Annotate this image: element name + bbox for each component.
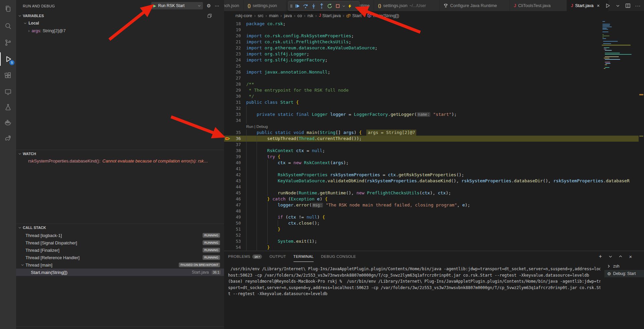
terminal-output[interactable]: /usr/bin/env /Library/Internet\ Plug-Ins… bbox=[228, 266, 600, 297]
activity-bar-item-testing[interactable] bbox=[0, 100, 16, 114]
tab-settings.json[interactable]: {}settings.json bbox=[244, 0, 287, 11]
activity-bar-item-source-control[interactable] bbox=[0, 36, 16, 49]
code-line-47[interactable]: 47logger.error(msg: "The RSK node main t… bbox=[224, 202, 639, 208]
run-play-icon[interactable]: ▶ bbox=[153, 4, 156, 8]
code-line-41[interactable]: 41 bbox=[224, 166, 639, 172]
more-actions-icon[interactable]: ⋯ bbox=[215, 3, 219, 9]
variables-scope-local[interactable]: Local bbox=[16, 19, 224, 27]
code-line-34[interactable]: 34 bbox=[224, 117, 639, 124]
tab-nch.json[interactable]: nch.json bbox=[224, 0, 244, 11]
code-line-40[interactable]: 40ctx = new RskContext(args); bbox=[224, 160, 639, 166]
code-line-54[interactable]: 54} bbox=[224, 244, 639, 250]
tab-settings.json[interactable]: {}settings.json~/.../User bbox=[374, 0, 439, 11]
paused-breakpoint-icon[interactable] bbox=[225, 136, 231, 141]
code-line-26[interactable]: 26import javax.annotation.Nonnull; bbox=[224, 69, 639, 75]
code-line-29[interactable]: 29 * The entrypoint for the RSK full nod… bbox=[224, 87, 639, 93]
call-stack-frame-row[interactable]: Start.main(String[])Start.java36:1 bbox=[16, 269, 224, 276]
activity-bar-item-explorer[interactable] bbox=[0, 2, 16, 15]
code-editor[interactable]: 18package co.rsk;1920import co.rsk.confi… bbox=[224, 20, 644, 251]
chevron-down-icon[interactable] bbox=[198, 4, 201, 7]
code-line-48[interactable]: 48 bbox=[224, 208, 639, 214]
code-line-42[interactable]: 42RskSystemProperties rskSystemPropertie… bbox=[224, 172, 639, 178]
activity-bar-item-docker[interactable] bbox=[0, 115, 16, 129]
code-line-37[interactable]: 37 bbox=[224, 142, 639, 148]
call-stack-thread-row[interactable]: Thread [Reference Handler]RUNNING bbox=[16, 254, 224, 261]
chevron-button[interactable] bbox=[342, 2, 346, 10]
watch-expression-row[interactable]: rskSystemProperties.databaseKind(): Cann… bbox=[16, 157, 224, 164]
call-stack-section-header[interactable]: CALL STACK bbox=[16, 224, 224, 231]
step-out-button[interactable] bbox=[318, 2, 326, 10]
code-line-52[interactable]: 52 bbox=[224, 232, 639, 238]
code-line-51[interactable]: 51} bbox=[224, 226, 639, 232]
hot-code-replace-button[interactable] bbox=[346, 2, 354, 10]
gear-icon[interactable]: ⚙ bbox=[207, 3, 211, 9]
maximize-panel-button[interactable] bbox=[617, 253, 624, 260]
close-icon[interactable]: × bbox=[597, 3, 600, 8]
watch-section-header[interactable]: WATCH bbox=[16, 150, 224, 157]
run-config-dropdown[interactable]: ▶ Run RSK Start bbox=[151, 2, 203, 9]
code-line-22[interactable]: 22import org.ethereum.datasource.KeyValu… bbox=[224, 45, 639, 51]
code-line-44[interactable]: 44 bbox=[224, 184, 639, 190]
step-over-button[interactable] bbox=[302, 2, 310, 10]
activity-bar-item-search[interactable] bbox=[0, 19, 16, 33]
breadcrumb-item-co[interactable]: co bbox=[298, 13, 302, 18]
breadcrumb-item-start[interactable]: Start bbox=[346, 13, 361, 18]
breadcrumb-item-rsk[interactable]: rsk bbox=[308, 13, 313, 18]
code-line-38[interactable]: 38RskContext ctx = null; bbox=[224, 148, 639, 154]
call-stack-thread-row[interactable]: Thread [main]PAUSED ON BREAKPOINT bbox=[16, 261, 224, 269]
chevron-right-icon[interactable]: › bbox=[28, 28, 30, 33]
code-line-32[interactable]: 32 bbox=[224, 105, 639, 111]
panel-tab-output[interactable]: OUTPUT bbox=[269, 251, 286, 262]
code-line-23[interactable]: 23import org.slf4j.Logger; bbox=[224, 51, 639, 57]
tab-start.java[interactable]: JStart.java× bbox=[567, 0, 609, 11]
code-line-27[interactable]: 27 bbox=[224, 75, 639, 81]
code-lens-run-debug[interactable]: Run | Debug bbox=[246, 124, 268, 130]
code-line-49[interactable]: 49if (ctx != null) { bbox=[224, 214, 639, 220]
code-line-39[interactable]: 39try { bbox=[224, 154, 639, 160]
breadcrumb-item-src[interactable]: src bbox=[258, 13, 263, 18]
activity-bar-item-gradle[interactable] bbox=[0, 132, 16, 145]
new-terminal-button[interactable]: + bbox=[597, 253, 604, 260]
terminal-dropdown[interactable] bbox=[607, 253, 614, 260]
tab-configure-java-runtime[interactable]: Configure Java Runtime bbox=[439, 0, 510, 11]
code-line-20[interactable]: 20import co.rsk.config.RskSystemProperti… bbox=[224, 33, 639, 39]
code-line-45[interactable]: 45runNode(Runtime.getRuntime(), new Pref… bbox=[224, 190, 639, 196]
code-line-31[interactable]: 31public class Start { bbox=[224, 99, 639, 105]
close-panel-button[interactable]: × bbox=[627, 253, 634, 260]
stop-button[interactable] bbox=[334, 2, 342, 10]
call-stack-thread-row[interactable]: Thread [logback-1]RUNNING bbox=[16, 232, 224, 239]
breadcrumb-item-main[interactable]: main bbox=[269, 13, 278, 18]
call-stack-thread-row[interactable]: Thread [Signal Dispatcher]RUNNING bbox=[16, 239, 224, 246]
panel-tab-terminal[interactable]: TERMINAL bbox=[293, 251, 314, 262]
run-config-label[interactable]: Run RSK Start bbox=[158, 3, 196, 8]
code-line-24[interactable]: 24import org.slf4j.LoggerFactory; bbox=[224, 57, 639, 63]
breadcrumb-item-start.java[interactable]: JStart.java bbox=[319, 13, 341, 18]
panel-tab-problems[interactable]: PROBLEMS1K+ bbox=[228, 251, 262, 262]
activity-bar-item-remote-explorer[interactable] bbox=[0, 85, 16, 99]
panel-tab-debug-console[interactable]: DEBUG CONSOLE bbox=[321, 251, 356, 262]
run-dropdown[interactable] bbox=[614, 2, 621, 9]
variables-section-header[interactable]: VARIABLES bbox=[16, 12, 224, 19]
tab-clitoolstest.java[interactable]: JCliToolsTest.java bbox=[510, 0, 567, 11]
breadcrumb-item-java[interactable]: java bbox=[284, 13, 292, 18]
terminal-list-item-debug-start[interactable]: ⚙Debug: Start bbox=[604, 270, 644, 277]
step-into-button[interactable] bbox=[310, 2, 318, 10]
call-stack-thread-row[interactable]: Thread [Finalizer]RUNNING bbox=[16, 246, 224, 254]
code-line-19[interactable]: 19 bbox=[224, 27, 639, 33]
code-line-30[interactable]: 30 */ bbox=[224, 93, 639, 99]
code-line-50[interactable]: 50ctx.close(); bbox=[224, 220, 639, 226]
terminal-list-item-zsh[interactable]: zsh bbox=[604, 263, 644, 270]
code-line-33[interactable]: 33private static final Logger logger = L… bbox=[224, 111, 639, 117]
activity-bar-item-run-and-debug[interactable]: 1 bbox=[0, 52, 16, 66]
code-line-21[interactable]: 21import co.rsk.util.PreflightChecksUtil… bbox=[224, 39, 639, 45]
code-line-43[interactable]: 43KeyValueDataSource.validateDbKind(rskS… bbox=[224, 178, 639, 184]
code-line-18[interactable]: 18package co.rsk; bbox=[224, 21, 639, 27]
breakpoints-section-header[interactable]: BREAKPOINTS bbox=[16, 326, 224, 329]
continue-button[interactable] bbox=[293, 2, 302, 10]
code-line-28[interactable]: 28/** bbox=[224, 81, 639, 87]
run-button[interactable] bbox=[604, 2, 611, 9]
code-line-46[interactable]: 46} catch (Exception e) { bbox=[224, 196, 639, 202]
code-line-36[interactable]: 36setUpThread(Thread.currentThread()); bbox=[224, 136, 639, 142]
code-line-25[interactable]: 25 bbox=[224, 63, 639, 69]
panel-restore-icon[interactable] bbox=[207, 13, 212, 18]
